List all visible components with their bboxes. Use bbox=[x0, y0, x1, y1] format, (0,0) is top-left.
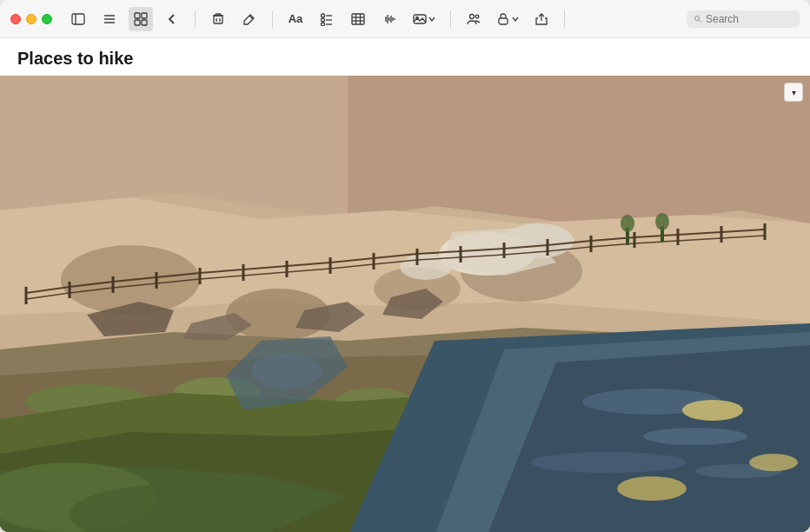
divider-1 bbox=[195, 10, 196, 28]
landscape-image bbox=[0, 76, 810, 532]
table-icon bbox=[351, 12, 365, 26]
table-button[interactable] bbox=[346, 7, 370, 31]
audio-button[interactable] bbox=[377, 7, 402, 31]
svg-point-33 bbox=[470, 14, 475, 18]
format-text-button[interactable]: Aa bbox=[283, 7, 308, 31]
svg-point-13 bbox=[322, 14, 325, 17]
grid-icon bbox=[134, 12, 148, 26]
search-input[interactable] bbox=[706, 13, 793, 25]
delete-button[interactable] bbox=[206, 7, 230, 31]
media-dropdown-icon bbox=[428, 16, 435, 23]
svg-point-15 bbox=[322, 23, 325, 26]
traffic-lights bbox=[10, 14, 52, 24]
svg-rect-35 bbox=[499, 18, 508, 24]
chevron-left-icon bbox=[165, 12, 179, 26]
svg-point-37 bbox=[695, 16, 700, 20]
collaborate-icon bbox=[467, 12, 481, 26]
checklist-icon bbox=[320, 12, 334, 26]
notes-window: Aa bbox=[0, 0, 810, 532]
sidebar-toggle-button[interactable] bbox=[66, 7, 90, 31]
lock-dropdown-icon bbox=[512, 16, 519, 23]
svg-point-85 bbox=[643, 428, 747, 445]
divider-2 bbox=[272, 10, 273, 28]
checklist-button[interactable] bbox=[315, 7, 339, 31]
note-image-area: ▾ bbox=[0, 76, 810, 532]
close-button[interactable] bbox=[10, 14, 21, 24]
svg-rect-8 bbox=[142, 20, 147, 25]
lock-icon bbox=[496, 12, 510, 26]
audio-icon bbox=[382, 12, 396, 26]
svg-point-95 bbox=[252, 354, 322, 389]
svg-point-34 bbox=[475, 15, 479, 18]
svg-point-102 bbox=[621, 215, 634, 232]
note-title: Places to hike bbox=[0, 38, 810, 76]
divider-3 bbox=[450, 10, 451, 28]
share-button[interactable] bbox=[529, 7, 554, 31]
maximize-button[interactable] bbox=[42, 14, 52, 24]
image-dropdown-button[interactable]: ▾ bbox=[784, 83, 803, 102]
titlebar: Aa bbox=[0, 0, 810, 38]
svg-point-14 bbox=[322, 18, 325, 22]
trash-icon bbox=[211, 12, 225, 26]
lock-button[interactable] bbox=[493, 7, 522, 31]
collaborate-button[interactable] bbox=[461, 7, 486, 31]
svg-point-89 bbox=[617, 476, 687, 501]
media-icon bbox=[413, 12, 427, 26]
svg-point-103 bbox=[655, 213, 669, 230]
media-button[interactable] bbox=[408, 7, 440, 31]
share-icon bbox=[534, 12, 548, 26]
back-button[interactable] bbox=[160, 7, 184, 31]
svg-rect-5 bbox=[135, 13, 140, 18]
svg-rect-9 bbox=[214, 16, 222, 23]
svg-rect-7 bbox=[135, 20, 140, 25]
format-text-label: Aa bbox=[289, 12, 303, 25]
svg-rect-6 bbox=[142, 13, 147, 18]
svg-point-90 bbox=[749, 454, 798, 471]
search-box[interactable] bbox=[687, 10, 800, 28]
svg-point-86 bbox=[530, 452, 687, 473]
divider-4 bbox=[564, 10, 565, 28]
sidebar-icon bbox=[71, 12, 85, 26]
search-icon bbox=[694, 14, 702, 24]
svg-rect-19 bbox=[352, 14, 364, 24]
compose-icon bbox=[242, 12, 256, 26]
grid-view-button[interactable] bbox=[129, 7, 153, 31]
compose-button[interactable] bbox=[237, 7, 262, 31]
dropdown-chevron-icon: ▾ bbox=[792, 88, 796, 97]
minimize-button[interactable] bbox=[26, 14, 37, 24]
svg-line-38 bbox=[699, 20, 701, 23]
list-view-button[interactable] bbox=[97, 7, 122, 31]
svg-rect-0 bbox=[72, 14, 84, 24]
note-content: Places to hike bbox=[0, 38, 810, 532]
list-icon bbox=[103, 12, 116, 26]
svg-point-88 bbox=[682, 400, 743, 421]
